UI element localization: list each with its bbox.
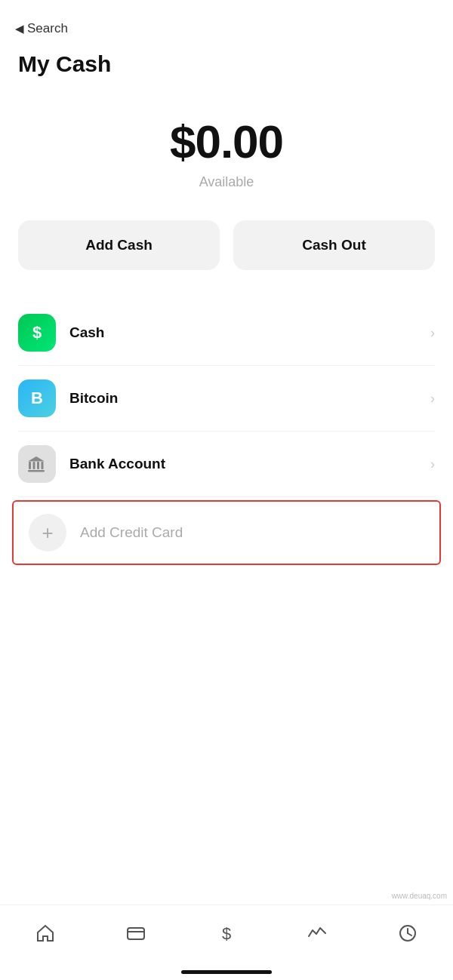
add-cash-button[interactable]: Add Cash (18, 220, 220, 270)
divider-3 (18, 496, 435, 497)
cash-label: Cash (69, 324, 430, 341)
nav-item-card[interactable] (116, 917, 156, 955)
menu-list: $ Cash › B Bitcoin › (0, 293, 453, 576)
svg-marker-5 (28, 456, 45, 462)
add-credit-card-icon: + (29, 514, 66, 551)
page-title: My Cash (0, 44, 453, 77)
bitcoin-icon: B (18, 379, 56, 417)
nav-item-activity[interactable] (297, 917, 337, 955)
svg-rect-3 (42, 462, 44, 469)
svg-line-11 (408, 933, 411, 935)
bank-icon (18, 445, 56, 483)
bitcoin-chevron-icon: › (430, 391, 435, 407)
balance-label: Available (199, 174, 254, 190)
balance-section: $0.00 Available (0, 77, 453, 213)
bottom-nav: $ (0, 905, 453, 980)
top-nav: ◀ Search (0, 0, 453, 44)
back-label: Search (27, 21, 68, 36)
svg-rect-6 (128, 928, 144, 939)
action-buttons: Add Cash Cash Out (0, 213, 453, 293)
home-icon (35, 923, 56, 949)
home-bar (181, 970, 272, 974)
clock-icon (397, 923, 418, 949)
svg-rect-1 (33, 462, 35, 469)
nav-item-clock[interactable] (388, 917, 427, 955)
menu-item-bitcoin[interactable]: B Bitcoin › (0, 366, 453, 431)
nav-item-home[interactable] (26, 917, 65, 955)
card-icon (125, 923, 146, 949)
cash-out-button[interactable]: Cash Out (233, 220, 435, 270)
bank-label: Bank Account (69, 456, 430, 472)
svg-rect-2 (37, 462, 39, 469)
watermark: www.deuaq.com (392, 892, 447, 900)
bank-chevron-icon: › (430, 456, 435, 472)
menu-item-cash[interactable]: $ Cash › (0, 300, 453, 365)
cash-chevron-icon: › (430, 325, 435, 341)
dollar-icon: $ (216, 923, 237, 949)
nav-item-dollar[interactable]: $ (207, 917, 246, 955)
bitcoin-label: Bitcoin (69, 390, 430, 407)
svg-rect-0 (29, 462, 31, 469)
svg-rect-4 (28, 470, 45, 472)
screen: ◀ Search My Cash $0.00 Available Add Cas… (0, 0, 453, 980)
svg-text:$: $ (222, 924, 231, 943)
menu-item-bank[interactable]: Bank Account › (0, 432, 453, 496)
balance-amount: $0.00 (170, 115, 283, 168)
activity-icon (307, 923, 328, 949)
back-button[interactable]: ◀ Search (15, 21, 68, 36)
add-credit-card-row[interactable]: + Add Credit Card (12, 500, 441, 565)
add-credit-card-label: Add Credit Card (80, 524, 424, 541)
back-chevron-icon: ◀ (15, 22, 24, 35)
cash-icon: $ (18, 314, 56, 352)
